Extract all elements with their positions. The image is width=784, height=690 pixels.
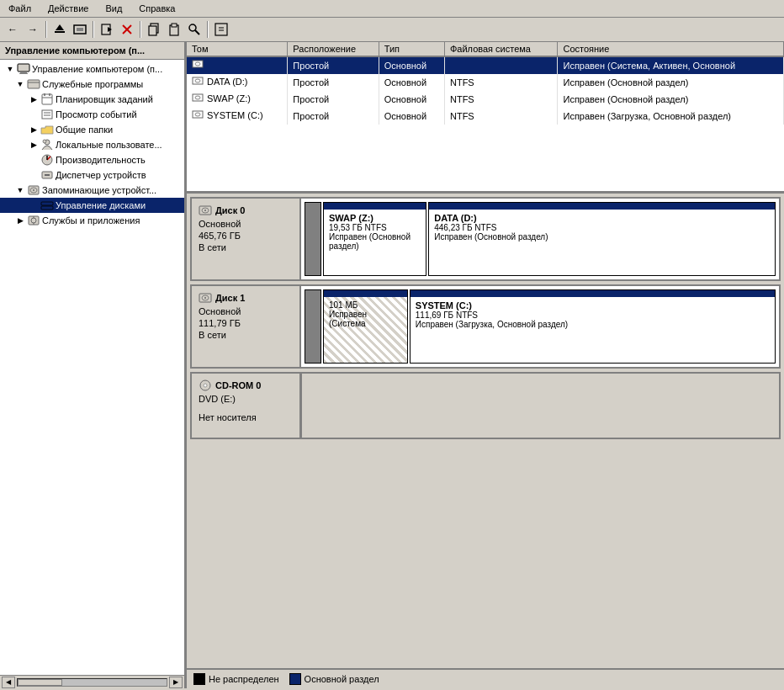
properties-button[interactable] (212, 20, 230, 39)
svg-rect-50 (193, 94, 203, 101)
tree-item-scheduler[interactable]: ▶ Планировщик заданий (0, 92, 184, 107)
partition-swap-z[interactable]: SWAP (Z:) 19,53 ГБ NTFS Исправен (Основн… (323, 202, 426, 276)
paste-button[interactable] (165, 20, 183, 39)
cell-volume: SWAP (Z:) (187, 91, 288, 108)
svg-rect-36 (45, 174, 50, 176)
tree-label-devmgr: Диспетчер устройств (56, 170, 146, 180)
tree-label-perf: Производительность (56, 155, 146, 165)
cell-location: Простой (288, 74, 379, 91)
table-row[interactable]: SYSTEM (C:) Простой Основной NTFS Исправ… (187, 108, 784, 125)
copy-button[interactable] (145, 20, 163, 39)
menu-action[interactable]: Действие (43, 2, 93, 15)
tools-icon (27, 77, 40, 91)
toggle-storage[interactable]: ▼ (13, 183, 27, 197)
col-fs[interactable]: Файловая система (444, 42, 558, 56)
cell-volume (187, 56, 288, 74)
partition-unalloc-0[interactable] (305, 202, 321, 276)
events-icon (40, 108, 54, 121)
disk-0-status: В сети (199, 242, 293, 252)
partition-swap-status: Исправен (Основной раздел) (329, 232, 421, 251)
scheduler-icon (40, 93, 54, 106)
menu-file[interactable]: Файл (3, 2, 36, 15)
scroll-left-btn[interactable]: ◀ (2, 677, 15, 688)
disk-0-title: Диск 0 (199, 204, 293, 217)
disk-1-title: Диск 1 (199, 291, 293, 305)
cell-volume: SYSTEM (C:) (187, 108, 288, 125)
tree-item-devmgr[interactable]: ▶ Диспетчер устройств (0, 167, 184, 183)
col-type[interactable]: Тип (379, 42, 444, 56)
partition-system-c[interactable]: SYSTEM (C:) 111,69 ГБ NTFS Исправен (Заг… (410, 289, 776, 364)
svg-rect-23 (42, 94, 52, 104)
table-row[interactable]: SWAP (Z:) Простой Основной NTFS Исправен… (187, 91, 784, 108)
tree-item-tools[interactable]: ▼ Служебные программы (0, 77, 184, 92)
col-volume[interactable]: Том (187, 42, 288, 56)
disk-0-size: 465,76 ГБ (199, 231, 293, 241)
toggle-scheduler[interactable]: ▶ (27, 93, 40, 106)
disk-label-0: Диск 0 Основной 465,76 ГБ В сети (192, 199, 301, 279)
tree-item-computer[interactable]: ▼ Управление компьютером (п... (0, 61, 184, 77)
tree-label-diskmgmt: Управление дисками (56, 200, 146, 210)
tree-item-events[interactable]: ▶ Просмотр событий (0, 107, 184, 122)
volume-table-area: Том Расположение Тип Файловая система Со… (187, 42, 784, 194)
services-icon (27, 214, 40, 227)
legend-bar: Не распределен Основной раздел (187, 668, 784, 688)
computer-icon (17, 62, 30, 76)
svg-rect-41 (41, 206, 53, 210)
show-hide-button[interactable] (71, 20, 89, 39)
partition-swap-size: 19,53 ГБ NTFS (329, 223, 421, 232)
col-location[interactable]: Расположение (288, 42, 379, 56)
disk-1-status: В сети (199, 330, 293, 340)
toggle-users[interactable]: ▶ (27, 138, 40, 151)
partition-unalloc-1[interactable] (305, 289, 321, 364)
tree-item-shared[interactable]: ▶ Общие папки (0, 122, 184, 137)
cell-status: Исправен (Основной раздел) (558, 74, 784, 91)
empty-space (190, 443, 781, 569)
search-button[interactable] (185, 20, 204, 39)
tree-header: Управление компьютером (п... (0, 42, 184, 60)
partition-sys-101[interactable]: 101 МБ Исправен (Система (323, 289, 408, 364)
table-row[interactable]: DATA (D:) Простой Основной NTFS Исправен… (187, 74, 784, 91)
svg-rect-40 (41, 202, 53, 205)
partition-data-d[interactable]: DATA (D:) 446,23 ГБ NTFS Исправен (Основ… (428, 202, 776, 276)
scroll-thumb (18, 679, 62, 686)
svg-rect-21 (28, 80, 40, 88)
disk-row-cdrom: CD-ROM 0 DVD (E:) Нет носителя (190, 372, 781, 439)
back-button[interactable]: ← (3, 20, 22, 39)
volume-table: Том Расположение Тип Файловая система Со… (187, 42, 784, 125)
delete-button[interactable] (118, 20, 136, 39)
cell-status: Исправен (Основной раздел) (558, 91, 784, 108)
tree-item-users[interactable]: ▶ Локальные пользовате... (0, 137, 184, 152)
scroll-track[interactable] (17, 678, 167, 687)
cell-type: Основной (379, 91, 444, 108)
toggle-services[interactable]: ▶ (13, 214, 27, 227)
toggle-tools[interactable]: ▼ (13, 77, 27, 91)
left-scrollbar: ◀ ▶ (0, 675, 184, 688)
tree-label-tools: Служебные программы (42, 79, 143, 89)
tree-content: ▼ Управление компьютером (п... ▼ Служебн… (0, 60, 184, 675)
tree-label-events: Просмотр событий (56, 109, 137, 119)
svg-rect-46 (193, 61, 203, 67)
toolbar: ← → (0, 18, 784, 42)
tree-label-users: Локальные пользовате... (56, 140, 162, 150)
scroll-right-btn[interactable]: ▶ (169, 677, 183, 688)
menu-help[interactable]: Справка (134, 2, 180, 15)
import-button[interactable] (98, 20, 116, 39)
forward-button[interactable]: → (24, 20, 42, 39)
tree-item-services[interactable]: ▶ Службы и приложения (0, 213, 184, 228)
menu-view[interactable]: Вид (100, 2, 127, 15)
toggle-shared[interactable]: ▶ (27, 123, 40, 136)
perf-icon (40, 153, 54, 167)
disk-label-1: Диск 1 Основной 111,79 ГБ В сети (192, 286, 301, 367)
toolbar-sep-3 (140, 21, 141, 38)
tree-item-diskmgmt[interactable]: ▶ Управление дисками (0, 198, 184, 213)
disk-row-1: Диск 1 Основной 111,79 ГБ В сети 101 МБ (190, 284, 781, 369)
toggle-computer[interactable]: ▼ (3, 62, 17, 76)
table-row[interactable]: Простой Основной Исправен (Система, Акти… (187, 56, 784, 74)
col-status[interactable]: Состояние (558, 42, 784, 56)
svg-rect-9 (149, 26, 156, 35)
svg-rect-52 (193, 111, 203, 118)
tree-item-perf[interactable]: ▶ Производительность (0, 152, 184, 167)
up-button[interactable] (50, 20, 69, 39)
tree-label-shared: Общие папки (56, 125, 113, 135)
tree-item-storage[interactable]: ▼ Запоминающие устройст... (0, 183, 184, 198)
